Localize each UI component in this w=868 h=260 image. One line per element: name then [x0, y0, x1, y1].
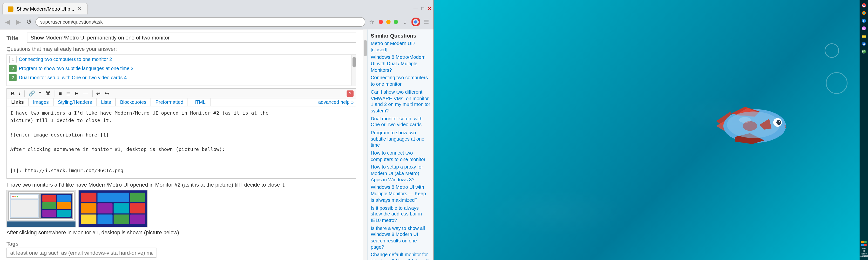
menu-icon[interactable]: ☰ [422, 17, 431, 26]
tab-styling-headers[interactable]: Styling/Headers [54, 99, 97, 106]
svg-point-24 [863, 28, 864, 29]
minimize-btn[interactable]: — [413, 6, 418, 11]
scrollbar[interactable] [351, 54, 356, 86]
chrome-menu-icon[interactable] [411, 17, 420, 26]
sq-link-3[interactable]: Connecting two computers to one monitor [371, 75, 428, 87]
date-text: 12/19/2013 [860, 255, 868, 257]
blockquote-button[interactable]: " [38, 90, 43, 97]
page-scrollbar[interactable] [363, 29, 367, 260]
sq-link-11[interactable]: Is there a way to show all Windows 8 Mod… [371, 226, 425, 250]
tab-favicon [8, 6, 13, 11]
taskbar-itunes-icon[interactable] [861, 25, 867, 32]
sys-icon-red [864, 244, 867, 246]
question-link-1[interactable]: Connecting two computers to one monitor … [19, 57, 112, 62]
active-tab[interactable]: Show Modern/Metro UI p... ✕ [2, 3, 88, 14]
refresh-button[interactable]: ↺ [25, 17, 33, 26]
redo-button[interactable]: ↪ [103, 90, 111, 97]
sq-link-7[interactable]: How to connect two computers to one moni… [371, 150, 426, 162]
italic-button[interactable]: I [18, 90, 22, 97]
sq-link-12[interactable]: Change default monitor for Windows 8 Met… [371, 252, 429, 260]
tab-close-button[interactable]: ✕ [78, 6, 82, 11]
tab-links[interactable]: Links [7, 99, 29, 106]
bookmark-star-icon[interactable]: ☆ [368, 17, 376, 26]
similar-question-panel-item-8: How to setup a proxy for Modern UI (aka … [371, 164, 431, 183]
address-bar[interactable]: superuser.com/questions/ask [35, 17, 366, 27]
sq-link-5[interactable]: Dual monitor setup, with One or Two vide… [371, 116, 423, 127]
language-text: ENG [862, 248, 866, 250]
tab-title: Show Modern/Metro UI p... [17, 6, 74, 11]
questions-label: Questions that may already have your ans… [6, 46, 117, 52]
preview-image-right [78, 190, 148, 227]
tab-lists[interactable]: Lists [97, 99, 116, 106]
editor-section: B I 🔗 " ⌘ ≡ ≣ H — [6, 88, 356, 178]
heading-button[interactable]: H [73, 90, 80, 97]
similar-question-list: 1 Connecting two computers to one monito… [7, 54, 351, 82]
title-row: Title [6, 33, 356, 43]
sq-link-9[interactable]: Windows 8 Metro UI with Multiple Monitor… [371, 185, 426, 203]
svg-point-19 [863, 12, 865, 14]
download-icon[interactable]: ↓ [401, 17, 409, 26]
preview-section: I have two monitors a I'd like have Mode… [6, 178, 356, 238]
title-input[interactable] [27, 33, 356, 43]
browser-title-bar: Show Modern/Metro UI p... ✕ — □ ✕ [0, 0, 434, 15]
code-button[interactable]: ⌘ [44, 90, 52, 97]
sq-link-1[interactable]: Metro or Modern UI? [closed] [371, 41, 415, 52]
svg-point-1 [414, 20, 417, 23]
similar-question-panel-item-4: Can I show two different VMWARE VMs, on … [371, 89, 431, 114]
sq-link-2[interactable]: Windows 8 Metro/Modern UI with Dual / Mu… [371, 54, 426, 72]
link-button[interactable]: 🔗 [27, 90, 36, 97]
system-icon-row-1 [861, 241, 867, 244]
main-content: Title Questions that may already have yo… [0, 29, 363, 260]
status-icon-red [379, 20, 383, 24]
preview-images [6, 190, 356, 227]
question-link-2[interactable]: Program to show two subtitle languages a… [19, 66, 133, 71]
preview-text-2: After clicking somewhere in Monitor #1, … [6, 229, 356, 235]
help-button[interactable]: ? [347, 90, 354, 97]
similar-question-panel-item-12: Change default monitor for Windows 8 Met… [371, 252, 431, 260]
right-taskbar: e [860, 0, 868, 260]
sq-link-6[interactable]: Program to show two subtitle languages a… [371, 130, 424, 148]
similar-question-panel-item-10: Is it possible to always show the addres… [371, 205, 431, 224]
question-badge-1: 1 [9, 55, 17, 63]
maximize-btn[interactable]: □ [422, 6, 424, 11]
taskbar-chrome-icon[interactable] [861, 2, 867, 9]
question-item-1: 1 Connecting two computers to one monito… [9, 55, 349, 63]
sys-icon-orange [861, 241, 864, 244]
similar-question-panel-item-7: How to connect two computers to one moni… [371, 150, 431, 163]
taskbar-firefox-icon[interactable] [861, 10, 867, 16]
language-indicator: ENG SQ [862, 248, 866, 252]
tags-section: Tags [6, 240, 356, 258]
taskbar-security-icon[interactable] [861, 48, 867, 55]
sq-link-8[interactable]: How to setup a proxy for Modern UI (aka … [371, 164, 423, 182]
question-link-3[interactable]: Dual monitor setup, with One or Two vide… [19, 75, 127, 80]
similar-question-panel-item-2: Windows 8 Metro/Modern UI with Dual / Mu… [371, 54, 431, 73]
clock: 5:26 PM 12/19/2013 [860, 253, 868, 257]
preview-text-1: I have two monitors a I'd like have Mode… [6, 182, 356, 187]
status-icon-green [394, 20, 398, 24]
tab-blockquotes[interactable]: Blockquotes [116, 99, 151, 106]
format-toolbar: B I 🔗 " ⌘ ≡ ≣ H — [7, 89, 356, 99]
undo-button[interactable]: ↩ [95, 90, 102, 97]
question-badge-2: 2 [9, 65, 17, 72]
advanced-help-link[interactable]: advanced help » [316, 99, 356, 106]
sq-link-4[interactable]: Can I show two different VMWARE VMs, on … [371, 89, 430, 113]
editor-textarea[interactable]: I have two monitors a I'd like have Mode… [7, 106, 356, 178]
taskbar-folder-icon[interactable] [861, 33, 867, 39]
forward-button[interactable]: ▶ [14, 17, 23, 26]
ordered-list-button[interactable]: ≡ [57, 90, 63, 97]
close-btn[interactable]: ✕ [428, 6, 432, 11]
hr-button[interactable]: — [81, 90, 90, 97]
back-button[interactable]: ◀ [3, 17, 12, 26]
tab-preformatted[interactable]: Preformatted [151, 99, 188, 106]
tags-input[interactable] [6, 248, 156, 258]
taskbar-steam-icon[interactable] [861, 40, 867, 47]
tab-html[interactable]: HTML [188, 99, 210, 106]
tab-images[interactable]: Images [29, 99, 54, 106]
sq-link-10[interactable]: Is it possible to always show the addres… [371, 205, 422, 223]
browser-toolbar: ◀ ▶ ↺ superuser.com/questions/ask ☆ ↓ [0, 15, 434, 29]
unordered-list-button[interactable]: ≣ [65, 90, 72, 97]
system-icon-row-2 [861, 244, 867, 246]
bold-button[interactable]: B [9, 90, 16, 97]
taskbar-ie-icon[interactable]: e [861, 17, 867, 24]
svg-point-17 [863, 5, 864, 6]
